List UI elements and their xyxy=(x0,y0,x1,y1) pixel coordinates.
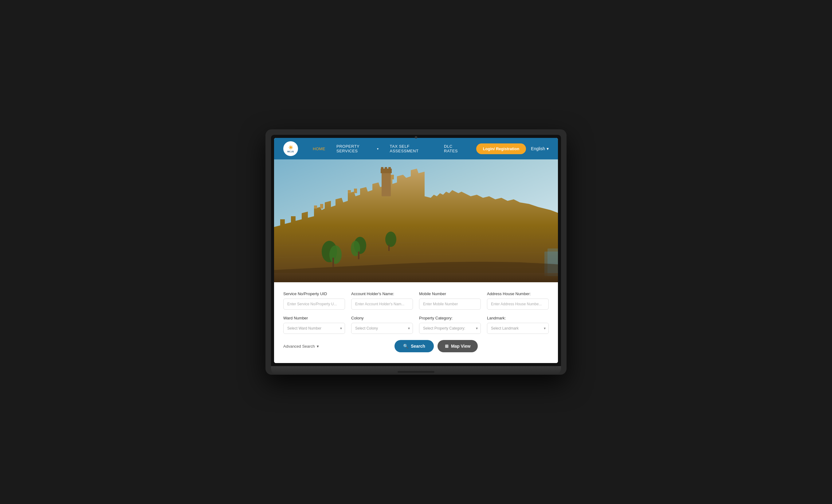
laptop-base xyxy=(271,366,561,375)
search-fields-row-2: Ward Number Select Ward Number ▾ Colony xyxy=(283,316,549,334)
svg-rect-15 xyxy=(358,251,360,259)
property-category-label: Property Category: xyxy=(419,316,481,320)
landmark-label: Landmark: xyxy=(487,316,549,320)
property-category-select[interactable]: Select Property Category: xyxy=(419,323,481,334)
account-holder-label: Account Holder's Name: xyxy=(351,291,413,296)
mobile-number-label: Mobile Number xyxy=(419,291,481,296)
svg-rect-4 xyxy=(381,167,384,170)
colony-select-wrapper: Select Colony ▾ xyxy=(351,323,413,334)
landmark-field-group: Landmark: Select Landmark ▾ xyxy=(487,316,549,334)
login-registration-button[interactable]: Login/ Registration xyxy=(476,143,526,154)
nav-property-services[interactable]: PROPERTY SERVICES ▾ xyxy=(331,138,384,159)
nav-dlc-rates[interactable]: DLC RATES xyxy=(438,138,470,159)
laptop-container: ☀ MCJS HOME PROPERTY SERVICES ▾ xyxy=(265,129,567,375)
address-house-input[interactable] xyxy=(487,298,549,310)
property-category-field-group: Property Category: Select Property Categ… xyxy=(419,316,481,334)
account-holder-input[interactable] xyxy=(351,298,413,310)
hero-background xyxy=(274,159,558,282)
landmark-select[interactable]: Select Landmark xyxy=(487,323,549,334)
logo-area: ☀ MCJS xyxy=(283,141,298,156)
property-category-select-wrapper: Select Property Category: ▾ xyxy=(419,323,481,334)
colony-label: Colony xyxy=(351,316,413,320)
address-house-label: Address House Number: xyxy=(487,291,549,296)
logo-icon: ☀ MCJS xyxy=(283,141,298,156)
search-fields-row-1: Service No/Property UID Account Holder's… xyxy=(283,291,549,310)
nav-tax-self-assessment[interactable]: TAX SELF ASSESSMENT xyxy=(384,138,439,159)
advanced-search-button[interactable]: Advanced Search ▾ xyxy=(283,344,319,349)
fort-illustration xyxy=(274,159,558,282)
svg-point-11 xyxy=(329,245,342,264)
svg-rect-5 xyxy=(385,167,387,170)
svg-rect-17 xyxy=(388,245,390,251)
ward-number-field-group: Ward Number Select Ward Number ▾ xyxy=(283,316,345,334)
laptop-screen: ☀ MCJS HOME PROPERTY SERVICES ▾ xyxy=(274,138,558,363)
search-actions-row: Advanced Search ▾ 🔍 Search ⊞ Map View xyxy=(283,340,549,352)
svg-rect-2 xyxy=(382,172,391,196)
ward-number-select[interactable]: Select Ward Number xyxy=(283,323,345,334)
chevron-down-icon: ▾ xyxy=(547,146,549,151)
nav-links: HOME PROPERTY SERVICES ▾ TAX SELF ASSESS… xyxy=(307,138,470,159)
chevron-down-icon: ▾ xyxy=(317,344,319,349)
colony-field-group: Colony Select Colony ▾ xyxy=(351,316,413,334)
nav-right: Login/ Registration English ▾ xyxy=(476,143,549,154)
service-no-field-group: Service No/Property UID xyxy=(283,291,345,310)
colony-select[interactable]: Select Colony xyxy=(351,323,413,334)
landmark-select-wrapper: Select Landmark ▾ xyxy=(487,323,549,334)
search-buttons-group: 🔍 Search ⊞ Map View xyxy=(394,340,478,352)
svg-rect-6 xyxy=(388,167,391,170)
language-label: English xyxy=(531,146,545,151)
svg-rect-12 xyxy=(333,258,334,267)
mobile-number-field-group: Mobile Number xyxy=(419,291,481,310)
address-house-field-group: Address House Number: xyxy=(487,291,549,310)
search-icon: 🔍 xyxy=(403,344,408,349)
search-button[interactable]: 🔍 Search xyxy=(394,340,434,352)
camera-notch xyxy=(415,136,417,138)
language-selector[interactable]: English ▾ xyxy=(531,146,549,151)
ward-number-select-wrapper: Select Ward Number ▾ xyxy=(283,323,345,334)
screen-bezel: ☀ MCJS HOME PROPERTY SERVICES ▾ xyxy=(271,135,561,366)
navbar: ☀ MCJS HOME PROPERTY SERVICES ▾ xyxy=(274,138,558,159)
search-panel: Service No/Property UID Account Holder's… xyxy=(274,282,558,363)
svg-point-16 xyxy=(385,232,396,247)
chevron-down-icon: ▾ xyxy=(377,147,379,151)
ward-number-label: Ward Number xyxy=(283,316,345,320)
map-view-button[interactable]: ⊞ Map View xyxy=(438,340,478,352)
hero-section xyxy=(274,159,558,282)
service-no-label: Service No/Property UID xyxy=(283,291,345,296)
nav-home[interactable]: HOME xyxy=(307,138,331,159)
mobile-number-input[interactable] xyxy=(419,298,481,310)
map-icon: ⊞ xyxy=(445,344,448,349)
service-no-input[interactable] xyxy=(283,298,345,310)
account-holder-field-group: Account Holder's Name: xyxy=(351,291,413,310)
